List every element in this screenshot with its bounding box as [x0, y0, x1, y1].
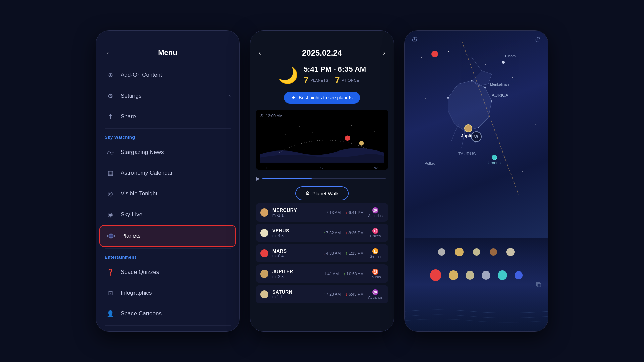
star-10 [522, 171, 523, 172]
time-details: 5:41 PM - 6:35 AM 7 PLANETS 7 AT ONCE [304, 65, 366, 85]
mercury-times: ↑ 7:13 AM ↓ 6:41 PM [323, 210, 364, 215]
venus-rise-arrow: ↑ [323, 231, 325, 235]
starmap-top[interactable]: ⏱ ⏱ [405, 31, 548, 238]
svg-point-20 [471, 80, 473, 82]
star-1 [421, 57, 422, 58]
planet-tan-main [466, 271, 474, 280]
star-6 [529, 91, 529, 92]
planet-row-jupiter[interactable]: JUPITER m -2.3 ↓ 1:41 AM ↑ 10:58 AM ♉ Ta… [256, 264, 388, 283]
menu-item-addon[interactable]: ⊕ Add-On Content [99, 65, 236, 85]
svg-point-0 [109, 234, 113, 238]
planet-row-venus[interactable]: VENUS m -4.8 ↑ 7:32 AM ↓ 8:36 PM ♓ Pisce… [256, 224, 388, 242]
at-once-count-num: 7 [335, 75, 340, 85]
venus-times: ↑ 7:32 AM ↓ 8:36 PM [323, 231, 364, 235]
menu-item-share[interactable]: ⬆ Share [99, 106, 236, 127]
prev-date-button[interactable]: ‹ [257, 47, 263, 58]
east-label: E [266, 166, 269, 170]
uranus-planet-dot [492, 155, 497, 160]
divider-2 [105, 248, 231, 249]
at-once-count-item: 7 AT ONCE [335, 75, 359, 85]
settings-arrow-icon: › [229, 93, 231, 99]
planet-tan-1 [473, 248, 480, 256]
best-nights-star-icon: ★ [291, 95, 296, 100]
svg-line-12 [462, 41, 519, 195]
venus-set-time: 8:36 PM [348, 231, 364, 235]
space-cartoons-icon: 👤 [105, 308, 116, 319]
mars-set-arrow: ↓ [323, 251, 325, 256]
menu-item-infographics[interactable]: ⊡ Infographics [99, 283, 236, 303]
sky-arc-svg [260, 121, 384, 165]
auriga-label: AURIGA [492, 93, 508, 98]
menu-item-sky-live[interactable]: ◉ Sky Live [99, 204, 236, 225]
moon-icon: 🌙 [278, 66, 298, 85]
svg-point-11 [359, 141, 364, 146]
svg-marker-14 [472, 71, 492, 86]
best-nights-button[interactable]: ★ Best nights to see planets [284, 92, 360, 104]
star-2 [448, 51, 449, 52]
infographics-icon: ⊡ [105, 287, 116, 299]
venus-rise: ↑ 7:32 AM [323, 231, 341, 235]
jupiter-set: ↓ 1:41 AM [321, 272, 339, 276]
timeline-bar[interactable] [262, 178, 386, 179]
svg-line-15 [472, 57, 482, 71]
menu-item-quizzes[interactable]: ❓ Space Quizzes [99, 262, 236, 283]
jupiter-rise-arrow: ↑ [343, 272, 345, 276]
menu-item-space-cartoons[interactable]: 👤 Space Cartoons [99, 303, 236, 324]
venus-info: VENUS m -4.8 [272, 228, 323, 238]
menu-header: ‹ Menu [96, 31, 239, 65]
svg-point-26 [447, 97, 449, 99]
time-info: 🌙 5:41 PM - 6:35 AM 7 PLANETS 7 AT ONCE [250, 62, 394, 89]
mars-dot [260, 249, 268, 257]
planet-cream-1 [506, 248, 515, 256]
screens-container: ‹ Menu ⊕ Add-On Content ⚙ Settings › ⬆ S… [0, 0, 644, 362]
menu-item-visible-tonight[interactable]: ◎ Visible Tonight [99, 183, 236, 204]
star-4 [512, 77, 513, 78]
planet-row-mercury[interactable]: MERCURY m -1.1 ↑ 7:13 AM ↓ 6:41 PM ♒ Aqu… [256, 203, 388, 222]
planet-view-screen: ‹ 2025.02.24 › 🌙 5:41 PM - 6:35 AM 7 PLA… [250, 30, 394, 332]
planet-row-saturn[interactable]: SATURN m 1.1 ↑ 7:23 AM ↓ 6:43 PM ♒ Aquar… [256, 285, 388, 303]
star-8 [535, 124, 536, 125]
svg-point-5 [351, 125, 352, 126]
next-date-button[interactable]: › [381, 47, 387, 58]
planet-brown-1 [490, 248, 497, 256]
menu-item-settings[interactable]: ⚙ Settings › [99, 85, 236, 106]
svg-point-23 [478, 127, 479, 128]
jupiter-info: JUPITER m -2.3 [272, 269, 321, 279]
planet-walk-button[interactable]: ⚙ Planet Walk [295, 186, 349, 200]
mercury-dot [260, 208, 268, 217]
saturn-times: ↑ 7:23 AM ↓ 6:43 PM [323, 292, 364, 297]
planet-row-mars[interactable]: MARS m -0.4 ↓ 4:33 AM ↑ 1:13 PM ♊ Gemini [256, 244, 388, 262]
sky-watching-section-label: Sky Watching [99, 130, 236, 142]
mercury-set: ↓ 6:41 PM [345, 210, 364, 215]
svg-point-10 [345, 135, 351, 141]
svg-point-9 [364, 129, 365, 129]
best-nights-container: ★ Best nights to see planets [250, 89, 394, 106]
pollux-label: Pollux [425, 161, 435, 165]
stargazing-icon [105, 146, 116, 158]
settings-icon: ⚙ [105, 90, 116, 102]
planets-count-label: PLANETS [310, 78, 328, 82]
menu-item-calendar[interactable]: ▦ Astronomy Calendar [99, 163, 236, 183]
svg-point-22 [491, 100, 492, 102]
mercury-rise-time: 7:13 AM [326, 210, 341, 215]
planets-icon [105, 230, 117, 242]
menu-item-stargazing[interactable]: Stargazing News [99, 142, 236, 163]
back-button[interactable]: ‹ [103, 47, 113, 58]
saturn-dot [260, 290, 268, 298]
starmap-bottom: ⧉ [405, 238, 548, 331]
saturn-rise: ↑ 7:23 AM [323, 292, 341, 297]
svg-line-16 [492, 62, 503, 74]
visible-tonight-icon: ◎ [105, 188, 116, 199]
top-right-clock-icon: ⏱ [535, 36, 541, 44]
quizzes-icon: ❓ [105, 266, 116, 278]
jupiter-rise-time: 10:58 AM [346, 272, 364, 276]
share-icon: ⬆ [105, 111, 116, 122]
water-ripples-svg [405, 305, 548, 325]
saturn-set-time: 6:43 PM [348, 292, 364, 297]
venus-constellation: ♓ Pisces [367, 228, 384, 238]
svg-point-25 [502, 61, 505, 64]
menu-item-planets[interactable]: Planets [99, 225, 236, 247]
jupiter-name: JUPITER [272, 269, 321, 274]
mercury-rise: ↑ 7:13 AM [323, 210, 341, 215]
play-button[interactable]: ▶ [256, 175, 260, 182]
